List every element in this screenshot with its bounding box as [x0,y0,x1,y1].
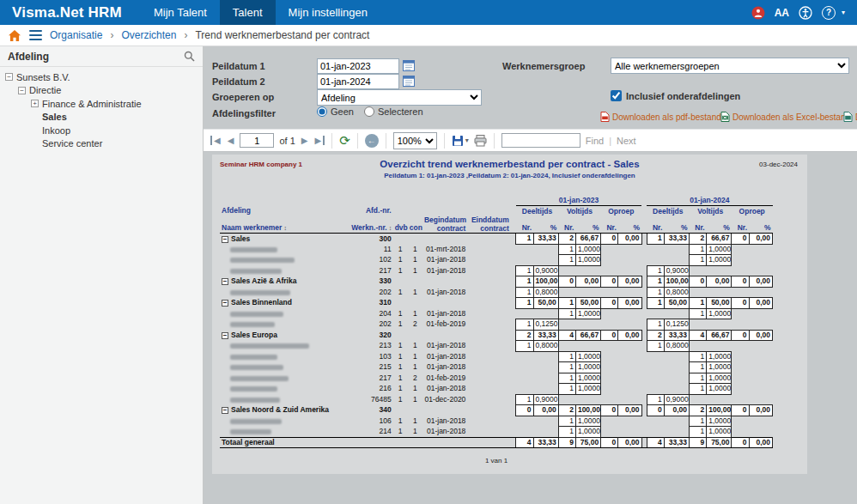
tab-mijn-instellingen[interactable]: Mijn instellingen [276,0,381,25]
menu-icon[interactable] [29,30,42,41]
peildatum2-input[interactable] [317,74,399,89]
collapse-node-icon[interactable]: − [18,87,26,94]
peildatum1-input[interactable] [317,58,399,74]
number-cell: 217 [349,373,392,384]
refresh-icon[interactable]: ⟳ [339,134,350,147]
value-cell: 0,00 [749,298,772,309]
download-pdf-link[interactable]: Downloaden als pdf-bestand [600,112,721,122]
onderafdelingen-checkbox[interactable] [611,90,622,101]
werkn-nr-label: Werkn.-nr. [351,223,386,232]
collapse-group-icon[interactable]: − [222,300,228,307]
radio-selecteren[interactable] [364,106,374,117]
previous-page-button[interactable]: ◀ [227,136,235,145]
department-group-row: −Sales Azië & Afrika3301100,0000,0000,00… [220,276,773,288]
value-cell [601,384,618,395]
value-cell [601,244,618,255]
value-cell: 0 [690,276,707,288]
collapse-group-icon[interactable]: − [222,278,228,285]
back-to-parent-icon[interactable]: ← [365,134,379,148]
number-cell: 320 [349,330,392,341]
collapse-group-icon[interactable]: − [222,236,228,243]
tree-item-sales[interactable]: Sales [0,111,203,124]
werkn-nr-header[interactable]: Werkn.-nr.↕ [349,216,392,234]
tree-item-directie[interactable]: −Directie [0,84,203,98]
avatar-icon[interactable] [751,6,765,20]
name-cell [220,394,349,405]
tree-item-inkoop[interactable]: Inkoop [0,124,203,137]
export-caret-icon[interactable]: ▾ [465,137,469,144]
print-icon[interactable] [474,135,487,147]
tree-item-finance-administratie[interactable]: +Finance & Administratie [0,97,203,111]
find-divider: | [609,136,611,146]
employee-row: 2021101-jan-201810,800010,8000 [220,287,773,298]
value-cell [618,319,641,331]
breadcrumb-overzichten[interactable]: Overzichten [121,29,176,41]
value-cell: 1 [690,298,707,309]
find-next-button[interactable]: Next [617,136,636,146]
value-cell: 0 [516,405,533,416]
value-cell [647,362,664,373]
employee-name-redacted [230,258,295,263]
expand-node-icon[interactable]: + [31,100,39,107]
export-save-icon[interactable] [452,135,464,147]
groeperen-op-select[interactable]: Afdeling [317,89,482,106]
naam-werknemer-header[interactable]: Naam werknemer↕ [220,216,349,234]
caret-down-icon[interactable]: ▾ [842,9,845,16]
begin-date-cell [422,330,467,341]
value-cell: 1 [647,319,664,331]
download-third-link[interactable]: D [843,112,857,122]
value-cell [647,373,664,384]
tree-item-label: Sales [42,112,67,122]
breadcrumb-organisatie[interactable]: Organisatie [50,29,102,41]
begin-date-cell: 01-jan-2018 [422,287,467,298]
value-cell [647,308,664,319]
first-page-button[interactable]: ◀ [210,136,222,145]
main-tabs: Mijn Talent Talent Mijn instellingen [141,0,380,25]
zoom-select[interactable]: 100% [393,132,437,149]
begin-date-cell: 01-feb-2019 [422,373,467,384]
tab-mijn-talent[interactable]: Mijn Talent [141,0,220,25]
find-button[interactable]: Find [586,136,604,146]
tree-item-sunsets-b-v[interactable]: −Sunsets B.V. [0,70,203,84]
last-page-button[interactable]: ▶ [313,136,325,145]
calendar-icon[interactable] [403,75,415,88]
tab-talent[interactable]: Talent [220,0,276,25]
value-cell: 0 [732,234,749,245]
download-excel-link[interactable]: Downloaden als Excel-bestand [720,112,850,122]
text-size-button[interactable]: AA [775,7,789,19]
group-name-label: Sales Europa [231,331,277,339]
value-cell: 1,0000 [707,384,732,395]
value-cell: 1 [558,298,575,309]
accessibility-icon[interactable] [799,6,812,20]
radio-geen[interactable] [317,106,327,117]
tree-item-service-center[interactable]: Service center [0,137,203,151]
con-cell [408,234,422,245]
help-icon[interactable]: ? [822,6,836,20]
collapse-group-icon[interactable]: − [222,407,228,414]
search-icon[interactable] [184,51,195,62]
value-cell [749,341,772,352]
sort-icon[interactable]: ↕ [283,225,287,231]
find-input[interactable] [501,133,580,148]
collapse-group-icon[interactable]: − [222,332,228,339]
werknemersgroep-select[interactable]: Alle werknemersgroepen [611,58,849,74]
employee-name-redacted [230,386,277,392]
value-cell: 1 [516,265,533,276]
sort-icon[interactable]: ↕ [389,225,392,231]
next-page-button[interactable]: ▶ [301,136,309,145]
werknemersgroep-label: Werknemersgroep [502,61,585,71]
value-cell: 0,9000 [533,394,558,405]
value-cell [732,244,749,255]
value-cell: 0,00 [749,437,772,448]
home-icon[interactable] [8,29,21,42]
value-cell [618,255,641,266]
calendar-icon[interactable] [403,59,415,73]
page-number-input[interactable] [240,133,274,148]
value-cell: 0,00 [618,298,641,309]
tree-connector [31,126,39,134]
app-logo[interactable]: Visma.Net HRM [0,0,134,25]
collapse-node-icon[interactable]: − [5,73,13,81]
employee-row: 2021201-feb-201910,125010,1250 [220,319,773,331]
value-cell [601,265,618,276]
groeperen-op-label: Groeperen op [212,92,274,102]
